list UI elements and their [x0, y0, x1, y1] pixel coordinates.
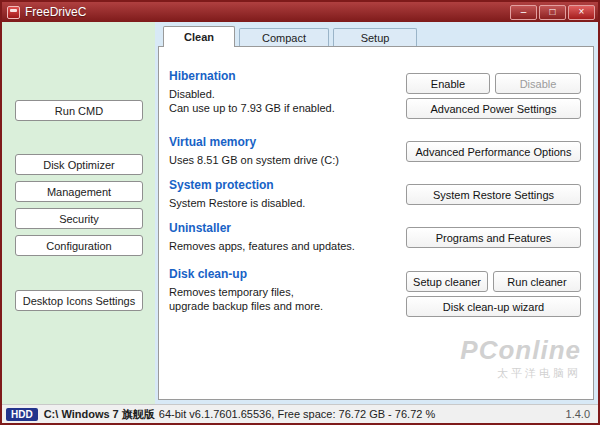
disable-button[interactable]: Disable: [495, 73, 581, 94]
hibernation-line1: Disabled.: [169, 88, 215, 100]
close-button[interactable]: ×: [568, 5, 595, 20]
hibernation-line2: Can use up to 7.93 GB if enabled.: [169, 102, 335, 114]
disk-cleanup-title: Disk clean-up: [169, 267, 247, 281]
sidebar-button-management[interactable]: Management: [15, 181, 143, 202]
advanced-performance-options-button[interactable]: Advanced Performance Options: [406, 141, 581, 162]
content-area: Clean Compact Setup Hibernation Disabled…: [155, 22, 598, 404]
app-window: FreeDriveC – □ × Run CMD Disk Optimizer …: [0, 0, 600, 425]
virtual-memory-title: Virtual memory: [169, 135, 256, 149]
uninstaller-line1: Removes apps, features and updates.: [169, 240, 355, 252]
status-os: C:\ Windows 7 旗舰版: [44, 407, 155, 422]
app-icon: [7, 6, 20, 19]
setup-cleaner-button[interactable]: Setup cleaner: [406, 271, 488, 292]
system-restore-settings-button[interactable]: System Restore Settings: [406, 184, 581, 205]
tab-clean[interactable]: Clean: [163, 26, 235, 47]
maximize-button[interactable]: □: [539, 5, 566, 20]
sidebar-button-desktop-icons-settings[interactable]: Desktop Icons Settings: [15, 290, 143, 311]
hibernation-title: Hibernation: [169, 69, 236, 83]
system-protection-title: System protection: [169, 178, 274, 192]
sidebar-button-run-cmd[interactable]: Run CMD: [15, 100, 143, 121]
tab-compact[interactable]: Compact: [239, 28, 329, 47]
window-controls: – □ ×: [510, 5, 598, 20]
clean-panel: Hibernation Disabled. Can use up to 7.93…: [158, 46, 594, 400]
sidebar-button-security[interactable]: Security: [15, 208, 143, 229]
hdd-badge: HDD: [6, 408, 38, 421]
titlebar: FreeDriveC – □ ×: [2, 2, 598, 22]
enable-button[interactable]: Enable: [406, 73, 490, 94]
system-protection-line1: System Restore is disabled.: [169, 197, 305, 209]
watermark-site: 太平洋电脑网: [460, 366, 581, 381]
run-cleaner-button[interactable]: Run cleaner: [493, 271, 581, 292]
programs-and-features-button[interactable]: Programs and Features: [406, 227, 581, 248]
disk-cleanup-line1: Removes temporary files,: [169, 286, 294, 298]
advanced-power-settings-button[interactable]: Advanced Power Settings: [406, 98, 581, 119]
sidebar-button-disk-optimizer[interactable]: Disk Optimizer: [15, 154, 143, 175]
statusbar: HDD C:\ Windows 7 旗舰版 64-bit v6.1.7601.6…: [2, 404, 598, 423]
uninstaller-title: Uninstaller: [169, 221, 231, 235]
status-version: 1.4.0: [566, 408, 594, 420]
status-details: 64-bit v6.1.7601.65536, Free space: 76.7…: [159, 408, 435, 420]
pconline-watermark: PConline 太平洋电脑网: [460, 335, 581, 381]
virtual-memory-line1: Uses 8.51 GB on system drive (C:): [169, 154, 339, 166]
minimize-button[interactable]: –: [510, 5, 537, 20]
window-title: FreeDriveC: [25, 5, 86, 19]
sidebar: Run CMD Disk Optimizer Management Securi…: [2, 22, 155, 404]
sidebar-button-configuration[interactable]: Configuration: [15, 235, 143, 256]
disk-cleanup-line2: upgrade backup files and more.: [169, 300, 323, 312]
tab-setup[interactable]: Setup: [333, 28, 417, 47]
disk-cleanup-wizard-button[interactable]: Disk clean-up wizard: [406, 296, 581, 317]
watermark-brand: PConline: [460, 335, 581, 366]
